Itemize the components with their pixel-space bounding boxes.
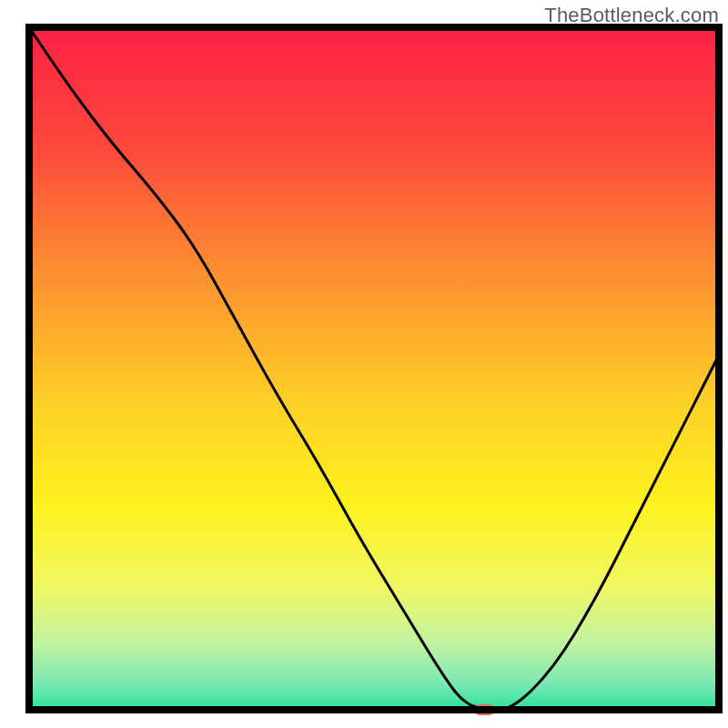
chart-container: TheBottleneck.com bbox=[0, 0, 728, 728]
bottleneck-chart bbox=[0, 0, 728, 728]
watermark-text: TheBottleneck.com bbox=[544, 4, 719, 27]
chart-background bbox=[29, 27, 719, 710]
